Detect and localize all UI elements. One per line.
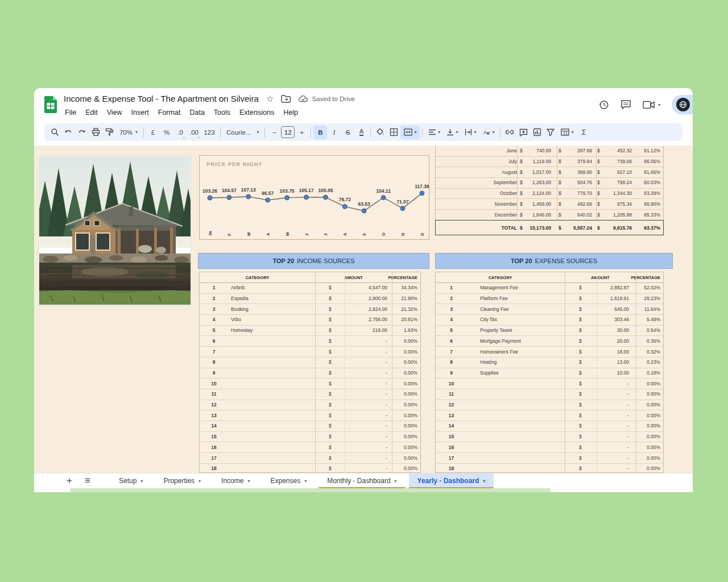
price-per-night-chart-box[interactable]: PRICE PER NIGHT 103.26Ja104.57F107.13M96… <box>199 155 429 240</box>
increase-font-size-button[interactable]: + <box>295 126 308 139</box>
table-row[interactable]: 5Homestay$216.001.63% <box>200 325 420 336</box>
undo-icon[interactable] <box>61 126 75 139</box>
version-history-icon[interactable] <box>598 99 609 110</box>
table-row[interactable]: 10$-0.00% <box>436 378 663 389</box>
income-table[interactable]: CATEGORYAMOUNTPERCENTAGE1Airbnb$4,547.00… <box>199 272 421 473</box>
table-row[interactable]: 6$-0.00% <box>200 336 420 347</box>
table-row[interactable]: 4Vrbo$2,756.0020.81% <box>200 314 420 326</box>
table-row[interactable]: 17$-0.00% <box>200 452 420 464</box>
table-row[interactable]: 1Management Fee$2,882.8752.02% <box>436 282 663 294</box>
all-sheets-button[interactable]: ≡ <box>78 475 97 487</box>
expense-table[interactable]: CATEGORYAMOUNTPERCENTAGE1Management Fee$… <box>435 272 664 473</box>
menu-view[interactable]: View <box>102 107 127 118</box>
search-icon[interactable] <box>48 126 61 139</box>
menu-help[interactable]: Help <box>279 107 303 118</box>
table-row[interactable]: 3Booking$2,824.0021.32% <box>200 304 420 315</box>
zoom-select[interactable]: 70% ▾ <box>116 126 141 139</box>
table-row[interactable]: 3Cleaning Fee$645.0011.64% <box>436 304 663 315</box>
horizontal-align-button[interactable]: ▾ <box>425 126 443 139</box>
table-row[interactable]: 7$-0.00% <box>200 346 420 357</box>
sheets-logo[interactable] <box>44 96 57 113</box>
fill-color-icon[interactable] <box>373 126 387 139</box>
tab-properties[interactable]: Properties▾ <box>155 473 209 489</box>
menu-format[interactable]: Format <box>154 107 185 118</box>
decrease-decimal-button[interactable]: .0← <box>173 126 187 139</box>
filter-icon[interactable] <box>544 126 557 139</box>
table-row[interactable]: June$740.00$287.68$452.3261.12% <box>436 146 663 157</box>
menu-insert[interactable]: Insert <box>127 107 154 118</box>
format-currency-button[interactable]: £ <box>146 126 160 139</box>
table-row[interactable]: September$1,263.00$504.76$758.2460.03% <box>436 177 663 189</box>
tab-yearly-dashboard[interactable]: Yearly - Dashboard▾ <box>409 473 494 489</box>
table-row[interactable]: 12$-0.00% <box>200 400 420 411</box>
comments-icon[interactable] <box>621 99 631 110</box>
decrease-font-size-button[interactable]: − <box>267 126 281 139</box>
meet-caret-icon[interactable]: ▾ <box>658 102 660 107</box>
insert-link-icon[interactable] <box>503 126 516 139</box>
menu-edit[interactable]: Edit <box>81 107 102 118</box>
table-row[interactable]: 12$-0.00% <box>436 400 663 411</box>
table-row[interactable]: 14$-0.00% <box>436 421 663 432</box>
table-row[interactable]: 16$-0.00% <box>436 442 663 454</box>
bold-button[interactable]: B <box>313 126 327 139</box>
table-row[interactable]: 14$-0.00% <box>200 421 420 432</box>
move-folder-icon[interactable] <box>281 95 291 103</box>
strikethrough-button[interactable]: S <box>341 126 354 139</box>
table-row[interactable]: 6Mortgage Payment$20.000.36% <box>436 336 663 347</box>
table-row[interactable]: 10$-0.00% <box>200 378 420 389</box>
table-row[interactable]: 7Homeowners Fee$18.000.32% <box>436 346 663 357</box>
monthly-summary-table[interactable]: June$740.00$287.68$452.3261.12%July$1,11… <box>435 146 664 235</box>
font-size-input[interactable]: 12 <box>281 126 295 138</box>
add-sheet-button[interactable]: + <box>60 475 78 487</box>
cloud-saved-status[interactable]: Saved to Drive <box>299 95 354 102</box>
table-row[interactable]: 2Platform Fee$1,619.9129.23% <box>436 293 663 305</box>
menu-data[interactable]: Data <box>185 107 209 118</box>
merge-cells-button[interactable]: ▾ <box>400 126 420 139</box>
document-title[interactable]: Income & Expense Tool - The Apartment on… <box>64 94 259 103</box>
table-row[interactable]: 18$-0.00% <box>436 463 663 473</box>
paint-format-icon[interactable] <box>102 126 116 139</box>
meet-camera-icon[interactable] <box>643 101 655 109</box>
menu-extensions[interactable]: Extensions <box>235 107 279 118</box>
table-row[interactable]: November$1,458.00$482.66$975.3466.90% <box>436 199 663 210</box>
tab-expenses[interactable]: Expenses▾ <box>262 473 315 489</box>
text-color-button[interactable]: A <box>354 126 368 139</box>
table-row[interactable]: 9$-0.00% <box>200 368 420 379</box>
format-percent-button[interactable]: % <box>160 126 173 139</box>
table-row[interactable]: 11$-0.00% <box>200 389 420 400</box>
horizontal-scrollbar[interactable] <box>70 488 551 492</box>
text-wrap-button[interactable]: ▾ <box>461 126 479 139</box>
tab-income[interactable]: Income▾ <box>213 473 258 489</box>
add-comment-icon[interactable] <box>516 126 530 139</box>
table-row[interactable]: 9Supplies$10.000.18% <box>436 368 663 379</box>
table-row[interactable]: December$1,846.00$640.02$1,205.9865.33% <box>436 209 663 221</box>
table-row[interactable]: 11$-0.00% <box>436 389 663 400</box>
tab-setup[interactable]: Setup▾ <box>110 473 151 489</box>
text-rotation-button[interactable]: A ▾ <box>479 126 498 139</box>
table-row[interactable]: 18$-0.00% <box>200 463 420 473</box>
table-row[interactable]: 13$-0.00% <box>436 410 663 421</box>
monthly-total-row[interactable]: TOTAL$15,173.00$5,557.24$9,615.7663.37% <box>435 220 664 235</box>
borders-icon[interactable] <box>387 126 400 139</box>
redo-icon[interactable] <box>75 126 89 139</box>
table-row[interactable]: 8$-0.00% <box>200 357 420 368</box>
table-row[interactable]: 13$-0.00% <box>200 410 420 421</box>
table-row[interactable]: July$1,119.00$379.94$739.0666.05% <box>436 156 663 168</box>
table-row[interactable]: 16$-0.00% <box>200 442 420 454</box>
table-row[interactable]: 4City Tax$303.465.48% <box>436 314 663 326</box>
vertical-align-button[interactable]: ▾ <box>443 126 461 139</box>
menu-tools[interactable]: Tools <box>209 107 235 118</box>
table-views-button[interactable]: ▾ <box>557 126 577 139</box>
insert-chart-icon[interactable] <box>530 126 544 139</box>
star-icon[interactable]: ☆ <box>266 94 274 103</box>
increase-decimal-button[interactable]: .00→ <box>187 126 201 139</box>
font-family-select[interactable]: Courie... ▾ <box>223 129 262 136</box>
tab-monthly-dashboard[interactable]: Monthly - Dashboard▾ <box>318 473 405 489</box>
table-row[interactable]: 2Expedia$2,900.0021.90% <box>200 293 420 305</box>
table-row[interactable]: 15$-0.00% <box>436 431 663 443</box>
table-row[interactable]: August$1,017.00$389.90$627.1061.66% <box>436 167 663 178</box>
menu-file[interactable]: File <box>60 107 81 118</box>
share-button[interactable]: S <box>672 95 693 114</box>
more-formats-button[interactable]: 123 <box>201 126 218 139</box>
table-row[interactable]: 1Airbnb$4,547.0034.34% <box>200 282 420 294</box>
